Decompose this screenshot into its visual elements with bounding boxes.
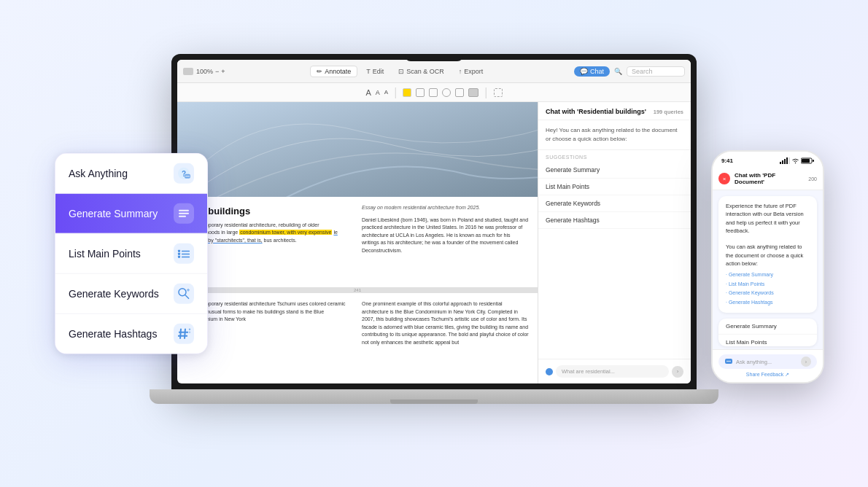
list-icon <box>177 246 191 261</box>
export-button[interactable]: ↑ Export <box>453 66 489 77</box>
laptop: 100% − + ✏ Annotate T Edit ⊡ <box>171 54 697 433</box>
chat-suggestion-1[interactable]: Generate Summary <box>538 162 691 179</box>
signal-icon <box>780 157 790 164</box>
menu-item-ask-anything[interactable]: Ask Anything ? <box>55 154 207 194</box>
svg-rect-0 <box>177 102 538 197</box>
strikethrough-icon[interactable] <box>429 88 438 97</box>
svg-rect-30 <box>788 157 790 164</box>
svg-rect-9 <box>179 216 186 217</box>
underline-icon[interactable] <box>416 88 425 97</box>
crop-icon[interactable] <box>494 88 503 97</box>
stamp-icon[interactable] <box>455 88 464 97</box>
pdf-caption: Essay on modern residential architecture… <box>362 204 529 212</box>
svg-line-20 <box>180 329 181 339</box>
highlight-icon[interactable] <box>403 88 411 97</box>
svg-rect-10 <box>178 250 180 252</box>
chat-suggestion-2[interactable]: List Main Points <box>538 179 691 195</box>
svg-rect-27 <box>782 160 783 164</box>
laptop-base <box>150 389 718 404</box>
svg-point-37 <box>729 361 731 362</box>
sep2: | <box>484 86 487 99</box>
sub-toolbar: A A A | | <box>177 83 691 102</box>
text-large-icon: A <box>365 88 371 97</box>
chat-avatar-icon <box>546 368 553 375</box>
zoom-value[interactable]: 100% <box>196 68 213 75</box>
page-divider: 241 <box>177 287 538 293</box>
menu-label-generate-hashtags: Generate Hashtags <box>69 328 157 340</box>
chat-input-placeholder: What are residential... <box>562 368 615 375</box>
search-icon-wrap <box>174 284 194 304</box>
svg-point-16 <box>179 289 186 296</box>
scan-ocr-button[interactable]: ⊡ Scan & OCR <box>392 66 450 77</box>
phone-send-button[interactable]: › <box>801 357 811 367</box>
pdf-right-col: Essay on modern residential architecture… <box>362 204 529 280</box>
scan-icon: ⊡ <box>398 68 404 75</box>
text-medium-icon: A <box>376 89 380 96</box>
laptop-notch <box>405 54 463 61</box>
zoom-plus[interactable]: + <box>221 68 225 75</box>
pen-icon[interactable] <box>468 88 478 97</box>
phone-suggestions: Generate Summary List Main Points Genera… <box>718 319 817 346</box>
comment-icon[interactable] <box>442 88 451 97</box>
highlighted-text: condominium tower, with very expensive <box>239 230 332 235</box>
svg-point-36 <box>728 361 729 362</box>
chat-suggestion-3[interactable]: Generate Keywords <box>538 195 691 212</box>
menu-item-list-main-points[interactable]: List Main Points <box>55 234 207 274</box>
phone-sugg-1[interactable]: Generate Summary <box>718 319 817 335</box>
hero-image <box>177 102 538 197</box>
phone-notch-bar: 9:41 <box>713 152 823 168</box>
menu-item-generate-summary[interactable]: Generate Summary <box>55 194 207 234</box>
chat-input[interactable]: What are residential... <box>556 365 669 378</box>
phone-close-button[interactable]: × <box>718 173 730 184</box>
para-continue: bus architects. <box>264 238 297 243</box>
chat-send-button[interactable]: › <box>672 366 683 378</box>
search-box[interactable]: Search <box>627 66 685 77</box>
menu-item-generate-hashtags[interactable]: Generate Hashtags <box>55 314 207 354</box>
phone-chat-bubble: Experience the future of PDF interaction… <box>718 196 817 313</box>
phone-chat-title: Chat with 'PDF Document' <box>735 172 804 185</box>
phone-link-2[interactable]: · List Main Points <box>726 280 810 289</box>
chat-title-row: Chat with 'Residential buildings' 199 qu… <box>546 108 683 115</box>
phone-chat-icon <box>724 357 733 366</box>
edit-button[interactable]: T Edit <box>360 66 390 77</box>
chat-suggestions-label: SUGGESTIONS <box>538 150 691 162</box>
menu-item-generate-keywords[interactable]: Generate Keywords <box>55 274 207 314</box>
svg-point-6 <box>188 176 190 177</box>
wifi-icon <box>791 157 799 164</box>
svg-rect-28 <box>784 159 786 164</box>
chat-button[interactable]: 💬 Chat <box>574 66 610 77</box>
pdf-left-col-2: of contemporary residential architecture… <box>186 300 353 376</box>
zoom-minus[interactable]: − <box>215 68 219 75</box>
laptop-body: 100% − + ✏ Annotate T Edit ⊡ <box>171 54 697 389</box>
search-icon: 🔍 <box>614 68 622 75</box>
phone: 9:41 × <box>711 150 824 383</box>
svg-rect-29 <box>786 157 788 164</box>
chat-suggestion-4[interactable]: Generate Hashtags <box>538 212 691 229</box>
phone-link-1[interactable]: · Generate Summary <box>726 270 810 280</box>
phone-input-placeholder[interactable]: Ask anything... <box>736 359 798 365</box>
svg-rect-7 <box>179 210 189 211</box>
phone-feedback-link[interactable]: Share Feedback ↗ <box>718 372 817 378</box>
export-icon: ↑ <box>459 68 462 75</box>
svg-rect-33 <box>813 160 814 162</box>
pdf-para-2: Daniel Libeskind (born 1946), was born i… <box>362 217 529 255</box>
pdf-text-area: ntial buildings of contemporary resident… <box>177 197 538 287</box>
svg-line-17 <box>185 295 189 299</box>
phone-sugg-2[interactable]: List Main Points <box>718 335 817 346</box>
toolbar-center: ✏ Annotate T Edit ⊡ Scan & OCR ↑ Export <box>230 66 570 77</box>
toolbar-right: 💬 Chat 🔍 Search <box>574 66 685 77</box>
hash-icon <box>176 326 192 342</box>
question-icon-wrap: ? <box>174 163 194 184</box>
pdf-area: ntial buildings of contemporary resident… <box>177 102 538 383</box>
arch-svg <box>177 102 538 197</box>
phone-link-3[interactable]: · Generate Keywords <box>726 289 810 298</box>
zoom-control: 100% − + <box>196 68 225 75</box>
svg-point-5 <box>187 176 188 177</box>
phone-time: 9:41 <box>721 157 733 164</box>
svg-line-21 <box>185 329 185 339</box>
pdf-para-3: of contemporary residential architecture… <box>186 300 353 324</box>
menu-label-generate-summary: Generate Summary <box>69 208 158 219</box>
list-icon-wrap <box>174 244 194 264</box>
annotate-button[interactable]: ✏ Annotate <box>310 66 357 77</box>
phone-link-4[interactable]: · Generate Hashtags <box>726 298 810 308</box>
